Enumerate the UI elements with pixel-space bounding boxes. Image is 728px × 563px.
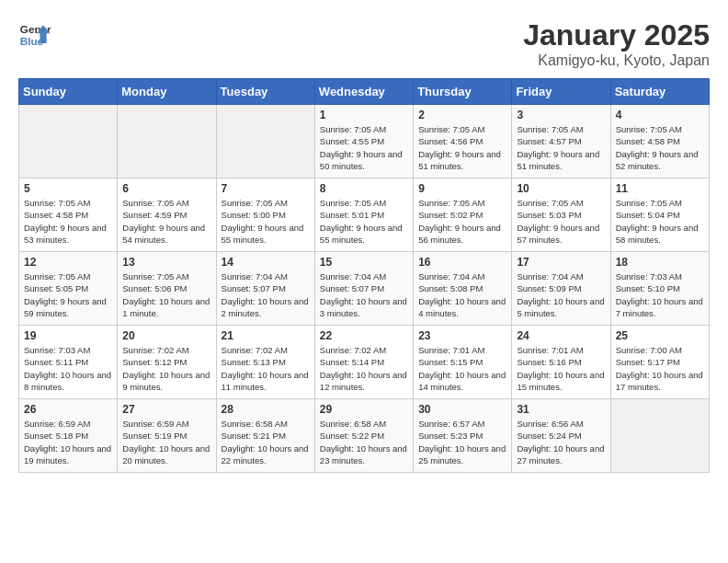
day-number: 16 (418, 256, 506, 269)
calendar-cell: 2Sunrise: 7:05 AMSunset: 4:56 PMDaylight… (414, 105, 512, 178)
calendar-cell: 8Sunrise: 7:05 AMSunset: 5:01 PMDaylight… (314, 178, 413, 252)
day-info: Sunrise: 7:05 AMSunset: 5:06 PMDaylight:… (122, 270, 210, 319)
day-info: Sunrise: 6:56 AMSunset: 5:24 PMDaylight:… (517, 418, 605, 466)
day-info: Sunrise: 6:59 AMSunset: 5:19 PMDaylight:… (122, 418, 210, 466)
calendar-cell: 20Sunrise: 7:02 AMSunset: 5:12 PMDayligh… (118, 326, 216, 399)
day-info: Sunrise: 7:05 AMSunset: 5:00 PMDaylight:… (222, 197, 310, 246)
day-number: 12 (24, 256, 112, 269)
weekday-header-friday: Friday (512, 79, 610, 105)
day-number: 18 (616, 256, 704, 269)
day-number: 8 (320, 182, 408, 195)
calendar-cell: 18Sunrise: 7:03 AMSunset: 5:10 PMDayligh… (610, 252, 709, 326)
calendar-cell: 12Sunrise: 7:05 AMSunset: 5:05 PMDayligh… (19, 252, 118, 326)
day-info: Sunrise: 7:05 AMSunset: 5:03 PMDaylight:… (517, 197, 605, 246)
day-info: Sunrise: 7:01 AMSunset: 5:16 PMDaylight:… (517, 344, 605, 393)
day-info: Sunrise: 7:05 AMSunset: 5:05 PMDaylight:… (24, 270, 112, 319)
day-info: Sunrise: 7:02 AMSunset: 5:12 PMDaylight:… (122, 344, 210, 393)
calendar-header: General Blue January 2025 Kamigyo-ku, Ky… (18, 18, 710, 69)
calendar-cell: 19Sunrise: 7:03 AMSunset: 5:11 PMDayligh… (19, 326, 118, 399)
weekday-header-sunday: Sunday (19, 79, 118, 105)
calendar-cell: 6Sunrise: 7:05 AMSunset: 4:59 PMDaylight… (118, 178, 216, 252)
logo-icon: General Blue (18, 18, 51, 52)
calendar-table: SundayMondayTuesdayWednesdayThursdayFrid… (18, 78, 710, 473)
calendar-cell: 25Sunrise: 7:00 AMSunset: 5:17 PMDayligh… (610, 326, 709, 399)
day-info: Sunrise: 6:59 AMSunset: 5:18 PMDaylight:… (24, 418, 112, 466)
calendar-cell: 17Sunrise: 7:04 AMSunset: 5:09 PMDayligh… (512, 252, 610, 326)
calendar-subtitle: Kamigyo-ku, Kyoto, Japan (523, 52, 710, 69)
week-row-4: 19Sunrise: 7:03 AMSunset: 5:11 PMDayligh… (19, 326, 710, 399)
day-info: Sunrise: 7:02 AMSunset: 5:14 PMDaylight:… (320, 344, 408, 393)
title-area: January 2025 Kamigyo-ku, Kyoto, Japan (523, 18, 710, 69)
weekday-header-monday: Monday (118, 79, 216, 105)
day-number: 10 (517, 182, 605, 195)
day-number: 15 (320, 256, 408, 269)
logo: General Blue (18, 18, 51, 52)
day-info: Sunrise: 6:58 AMSunset: 5:22 PMDaylight:… (320, 418, 408, 466)
day-number: 20 (122, 329, 210, 342)
calendar-cell: 31Sunrise: 6:56 AMSunset: 5:24 PMDayligh… (512, 399, 610, 473)
day-info: Sunrise: 7:05 AMSunset: 5:02 PMDaylight:… (418, 197, 506, 246)
day-number: 13 (122, 256, 210, 269)
day-number: 7 (222, 182, 310, 195)
calendar-cell (610, 399, 709, 473)
week-row-2: 5Sunrise: 7:05 AMSunset: 4:58 PMDaylight… (19, 178, 710, 252)
day-info: Sunrise: 7:04 AMSunset: 5:08 PMDaylight:… (418, 270, 506, 319)
day-number: 6 (122, 182, 210, 195)
calendar-cell: 11Sunrise: 7:05 AMSunset: 5:04 PMDayligh… (610, 178, 709, 252)
day-number: 30 (418, 403, 506, 416)
day-number: 3 (517, 109, 605, 121)
day-number: 2 (418, 109, 506, 121)
day-info: Sunrise: 7:03 AMSunset: 5:10 PMDaylight:… (616, 270, 704, 319)
day-info: Sunrise: 7:04 AMSunset: 5:07 PMDaylight:… (320, 270, 408, 319)
day-number: 5 (24, 182, 112, 195)
day-number: 27 (122, 403, 210, 416)
day-info: Sunrise: 7:05 AMSunset: 5:01 PMDaylight:… (320, 197, 408, 246)
day-number: 21 (222, 329, 310, 342)
day-info: Sunrise: 7:05 AMSunset: 4:58 PMDaylight:… (616, 123, 704, 172)
day-info: Sunrise: 7:05 AMSunset: 4:57 PMDaylight:… (517, 123, 605, 172)
calendar-cell: 7Sunrise: 7:05 AMSunset: 5:00 PMDaylight… (216, 178, 314, 252)
day-number: 29 (320, 403, 408, 416)
calendar-cell: 3Sunrise: 7:05 AMSunset: 4:57 PMDaylight… (512, 105, 610, 178)
calendar-cell: 1Sunrise: 7:05 AMSunset: 4:55 PMDaylight… (314, 105, 413, 178)
day-number: 23 (418, 329, 506, 342)
week-row-1: 1Sunrise: 7:05 AMSunset: 4:55 PMDaylight… (19, 105, 710, 178)
calendar-cell (118, 105, 216, 178)
day-info: Sunrise: 7:02 AMSunset: 5:13 PMDaylight:… (222, 344, 310, 393)
day-info: Sunrise: 7:05 AMSunset: 4:59 PMDaylight:… (122, 197, 210, 246)
calendar-cell: 24Sunrise: 7:01 AMSunset: 5:16 PMDayligh… (512, 326, 610, 399)
calendar-cell: 28Sunrise: 6:58 AMSunset: 5:21 PMDayligh… (216, 399, 314, 473)
day-info: Sunrise: 7:04 AMSunset: 5:09 PMDaylight:… (517, 270, 605, 319)
day-number: 24 (517, 329, 605, 342)
day-number: 14 (222, 256, 310, 269)
calendar-cell: 16Sunrise: 7:04 AMSunset: 5:08 PMDayligh… (414, 252, 512, 326)
weekday-header-row: SundayMondayTuesdayWednesdayThursdayFrid… (19, 79, 710, 105)
calendar-cell: 13Sunrise: 7:05 AMSunset: 5:06 PMDayligh… (118, 252, 216, 326)
weekday-header-thursday: Thursday (414, 79, 512, 105)
day-info: Sunrise: 7:05 AMSunset: 4:56 PMDaylight:… (418, 123, 506, 172)
day-number: 28 (222, 403, 310, 416)
day-number: 31 (517, 403, 605, 416)
day-info: Sunrise: 6:58 AMSunset: 5:21 PMDaylight:… (222, 418, 310, 466)
calendar-cell: 23Sunrise: 7:01 AMSunset: 5:15 PMDayligh… (414, 326, 512, 399)
day-number: 22 (320, 329, 408, 342)
calendar-cell: 30Sunrise: 6:57 AMSunset: 5:23 PMDayligh… (414, 399, 512, 473)
week-row-5: 26Sunrise: 6:59 AMSunset: 5:18 PMDayligh… (19, 399, 710, 473)
day-info: Sunrise: 7:01 AMSunset: 5:15 PMDaylight:… (418, 344, 506, 393)
weekday-header-tuesday: Tuesday (216, 79, 314, 105)
day-number: 4 (616, 109, 704, 121)
day-number: 26 (24, 403, 112, 416)
day-info: Sunrise: 7:03 AMSunset: 5:11 PMDaylight:… (24, 344, 112, 393)
calendar-cell (216, 105, 314, 178)
svg-text:General: General (20, 23, 51, 35)
day-number: 9 (418, 182, 506, 195)
calendar-cell: 26Sunrise: 6:59 AMSunset: 5:18 PMDayligh… (19, 399, 118, 473)
day-number: 11 (616, 182, 704, 195)
calendar-cell: 10Sunrise: 7:05 AMSunset: 5:03 PMDayligh… (512, 178, 610, 252)
weekday-header-wednesday: Wednesday (314, 79, 413, 105)
calendar-title: January 2025 (523, 18, 710, 52)
day-number: 1 (320, 109, 408, 121)
calendar-cell: 14Sunrise: 7:04 AMSunset: 5:07 PMDayligh… (216, 252, 314, 326)
day-info: Sunrise: 7:00 AMSunset: 5:17 PMDaylight:… (616, 344, 704, 393)
calendar-cell: 5Sunrise: 7:05 AMSunset: 4:58 PMDaylight… (19, 178, 118, 252)
